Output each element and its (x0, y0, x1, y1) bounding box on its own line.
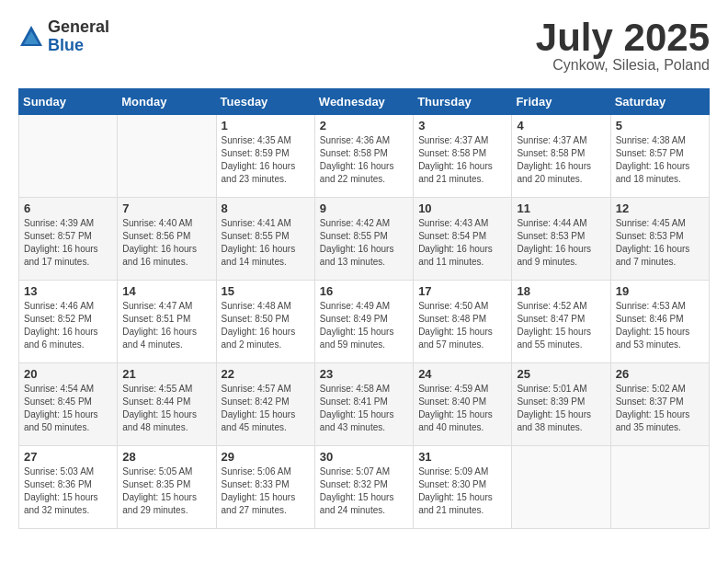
calendar-day-header: Thursday (414, 89, 512, 115)
calendar-week-row: 27Sunrise: 5:03 AM Sunset: 8:36 PM Dayli… (19, 446, 710, 529)
calendar-day-cell: 18Sunrise: 4:52 AM Sunset: 8:47 PM Dayli… (512, 281, 610, 363)
calendar-day-cell: 1Sunrise: 4:35 AM Sunset: 8:59 PM Daylig… (216, 115, 314, 198)
page-header: General Blue July 2025 Cynkow, Silesia, … (18, 18, 710, 74)
day-number: 23 (320, 367, 408, 381)
calendar-day-cell: 21Sunrise: 4:55 AM Sunset: 8:44 PM Dayli… (118, 363, 216, 446)
day-number: 4 (517, 119, 605, 132)
day-info: Sunrise: 4:54 AM Sunset: 8:45 PM Dayligh… (24, 383, 112, 434)
day-number: 20 (24, 367, 112, 381)
calendar-day-header: Friday (512, 89, 610, 115)
calendar-day-header: Saturday (610, 89, 709, 115)
calendar-week-row: 6Sunrise: 4:39 AM Sunset: 8:57 PM Daylig… (19, 198, 710, 281)
calendar-day-cell: 22Sunrise: 4:57 AM Sunset: 8:42 PM Dayli… (216, 363, 314, 446)
day-number: 14 (122, 284, 210, 298)
day-info: Sunrise: 4:40 AM Sunset: 8:56 PM Dayligh… (122, 217, 210, 269)
calendar-day-cell: 29Sunrise: 5:06 AM Sunset: 8:33 PM Dayli… (216, 446, 314, 529)
calendar-day-cell: 27Sunrise: 5:03 AM Sunset: 8:36 PM Dayli… (19, 446, 118, 529)
calendar-day-cell: 3Sunrise: 4:37 AM Sunset: 8:58 PM Daylig… (414, 115, 512, 198)
logo: General Blue (18, 18, 109, 55)
day-info: Sunrise: 4:46 AM Sunset: 8:52 PM Dayligh… (24, 300, 112, 351)
calendar-day-cell: 2Sunrise: 4:36 AM Sunset: 8:58 PM Daylig… (314, 115, 413, 198)
day-number: 5 (616, 119, 704, 132)
calendar-day-header: Monday (118, 89, 216, 115)
day-info: Sunrise: 4:55 AM Sunset: 8:44 PM Dayligh… (122, 383, 210, 434)
logo-text: General Blue (48, 18, 109, 55)
day-number: 25 (517, 367, 605, 381)
calendar-day-cell: 30Sunrise: 5:07 AM Sunset: 8:32 PM Dayli… (314, 446, 413, 529)
day-info: Sunrise: 4:47 AM Sunset: 8:51 PM Dayligh… (122, 300, 210, 351)
calendar-day-cell (610, 446, 709, 529)
day-number: 18 (517, 284, 605, 298)
day-info: Sunrise: 4:58 AM Sunset: 8:41 PM Dayligh… (320, 383, 408, 434)
day-number: 9 (320, 201, 408, 215)
day-info: Sunrise: 5:05 AM Sunset: 8:35 PM Dayligh… (122, 465, 210, 517)
day-info: Sunrise: 4:57 AM Sunset: 8:42 PM Dayligh… (222, 383, 310, 434)
calendar-day-cell: 12Sunrise: 4:45 AM Sunset: 8:53 PM Dayli… (610, 198, 709, 281)
day-info: Sunrise: 4:35 AM Sunset: 8:59 PM Dayligh… (222, 134, 310, 186)
day-info: Sunrise: 5:07 AM Sunset: 8:32 PM Dayligh… (320, 465, 408, 517)
day-info: Sunrise: 4:43 AM Sunset: 8:54 PM Dayligh… (418, 217, 506, 269)
calendar-day-cell: 13Sunrise: 4:46 AM Sunset: 8:52 PM Dayli… (19, 281, 118, 363)
day-number: 24 (418, 367, 506, 381)
day-info: Sunrise: 4:49 AM Sunset: 8:49 PM Dayligh… (320, 300, 408, 351)
day-number: 3 (418, 119, 506, 132)
day-number: 26 (616, 367, 704, 381)
day-number: 30 (320, 450, 408, 464)
month-title: July 2025 (536, 18, 710, 57)
calendar-day-cell: 26Sunrise: 5:02 AM Sunset: 8:37 PM Dayli… (610, 363, 709, 446)
calendar-day-cell: 6Sunrise: 4:39 AM Sunset: 8:57 PM Daylig… (19, 198, 118, 281)
calendar-week-row: 1Sunrise: 4:35 AM Sunset: 8:59 PM Daylig… (19, 115, 710, 198)
logo-general: General (48, 18, 109, 37)
day-number: 15 (222, 284, 310, 298)
day-number: 31 (418, 450, 506, 464)
calendar-day-cell: 5Sunrise: 4:38 AM Sunset: 8:57 PM Daylig… (610, 115, 709, 198)
calendar-day-cell: 8Sunrise: 4:41 AM Sunset: 8:55 PM Daylig… (216, 198, 314, 281)
day-number: 17 (418, 284, 506, 298)
calendar-day-cell: 24Sunrise: 4:59 AM Sunset: 8:40 PM Dayli… (414, 363, 512, 446)
day-number: 11 (517, 201, 605, 215)
calendar-day-cell: 16Sunrise: 4:49 AM Sunset: 8:49 PM Dayli… (314, 281, 413, 363)
calendar-table: SundayMondayTuesdayWednesdayThursdayFrid… (18, 88, 710, 529)
day-info: Sunrise: 4:42 AM Sunset: 8:55 PM Dayligh… (320, 217, 408, 269)
calendar-day-cell: 31Sunrise: 5:09 AM Sunset: 8:30 PM Dayli… (414, 446, 512, 529)
day-info: Sunrise: 4:39 AM Sunset: 8:57 PM Dayligh… (24, 217, 112, 269)
day-info: Sunrise: 5:02 AM Sunset: 8:37 PM Dayligh… (616, 383, 704, 434)
calendar-day-cell: 23Sunrise: 4:58 AM Sunset: 8:41 PM Dayli… (314, 363, 413, 446)
day-number: 8 (222, 201, 310, 215)
day-info: Sunrise: 4:45 AM Sunset: 8:53 PM Dayligh… (616, 217, 704, 269)
calendar-week-row: 20Sunrise: 4:54 AM Sunset: 8:45 PM Dayli… (19, 363, 710, 446)
calendar-day-cell (512, 446, 610, 529)
title-area: July 2025 Cynkow, Silesia, Poland (536, 18, 710, 74)
day-number: 7 (122, 201, 210, 215)
day-info: Sunrise: 4:37 AM Sunset: 8:58 PM Dayligh… (418, 134, 506, 186)
day-number: 16 (320, 284, 408, 298)
day-number: 27 (24, 450, 112, 464)
day-info: Sunrise: 4:44 AM Sunset: 8:53 PM Dayligh… (517, 217, 605, 269)
calendar-day-cell: 4Sunrise: 4:37 AM Sunset: 8:58 PM Daylig… (512, 115, 610, 198)
day-number: 19 (616, 284, 704, 298)
calendar-day-cell (19, 115, 118, 198)
day-number: 10 (418, 201, 506, 215)
calendar-day-cell: 15Sunrise: 4:48 AM Sunset: 8:50 PM Dayli… (216, 281, 314, 363)
calendar-day-cell: 19Sunrise: 4:53 AM Sunset: 8:46 PM Dayli… (610, 281, 709, 363)
calendar-day-cell: 11Sunrise: 4:44 AM Sunset: 8:53 PM Dayli… (512, 198, 610, 281)
calendar-day-cell: 20Sunrise: 4:54 AM Sunset: 8:45 PM Dayli… (19, 363, 118, 446)
calendar-day-header: Tuesday (216, 89, 314, 115)
logo-icon (18, 24, 44, 50)
day-info: Sunrise: 4:41 AM Sunset: 8:55 PM Dayligh… (222, 217, 310, 269)
day-info: Sunrise: 5:06 AM Sunset: 8:33 PM Dayligh… (222, 465, 310, 517)
calendar-day-cell (118, 115, 216, 198)
day-info: Sunrise: 4:36 AM Sunset: 8:58 PM Dayligh… (320, 134, 408, 186)
day-info: Sunrise: 5:03 AM Sunset: 8:36 PM Dayligh… (24, 465, 112, 517)
day-info: Sunrise: 4:59 AM Sunset: 8:40 PM Dayligh… (418, 383, 506, 434)
location-subtitle: Cynkow, Silesia, Poland (536, 57, 710, 74)
day-number: 21 (122, 367, 210, 381)
calendar-day-cell: 9Sunrise: 4:42 AM Sunset: 8:55 PM Daylig… (314, 198, 413, 281)
day-info: Sunrise: 5:09 AM Sunset: 8:30 PM Dayligh… (418, 465, 506, 517)
calendar-day-cell: 10Sunrise: 4:43 AM Sunset: 8:54 PM Dayli… (414, 198, 512, 281)
calendar-week-row: 13Sunrise: 4:46 AM Sunset: 8:52 PM Dayli… (19, 281, 710, 363)
day-info: Sunrise: 4:52 AM Sunset: 8:47 PM Dayligh… (517, 300, 605, 351)
day-number: 28 (122, 450, 210, 464)
calendar-day-cell: 17Sunrise: 4:50 AM Sunset: 8:48 PM Dayli… (414, 281, 512, 363)
day-number: 6 (24, 201, 112, 215)
